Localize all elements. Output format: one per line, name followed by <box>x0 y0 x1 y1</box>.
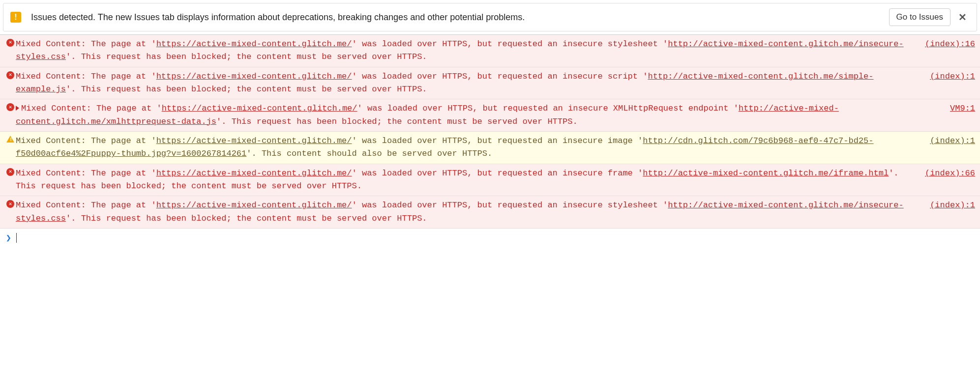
source-link[interactable]: (index):1 <box>930 70 975 83</box>
console-message: Mixed Content: The page at 'https://acti… <box>16 199 930 225</box>
console-row-error[interactable]: ✕Mixed Content: The page at 'https://act… <box>0 35 980 67</box>
source-link[interactable]: (index):66 <box>925 167 975 180</box>
msg-prefix: Mixed Content: The page at ' <box>16 39 156 49</box>
go-to-issues-button[interactable]: Go to Issues <box>889 8 950 26</box>
msg-suffix: '. This request has been blocked; the co… <box>216 117 578 126</box>
page-url-link[interactable]: https://active-mixed-content.glitch.me/ <box>156 200 352 210</box>
msg-mid: ' was loaded over HTTPS, but requested a… <box>352 200 668 210</box>
source-link[interactable]: (index):16 <box>925 38 975 51</box>
page-url-link[interactable]: https://active-mixed-content.glitch.me/ <box>156 169 352 178</box>
disclosure-triangle-icon[interactable] <box>16 106 19 111</box>
console-log-list: ✕Mixed Content: The page at 'https://act… <box>0 34 980 229</box>
source-link[interactable]: (index):1 <box>930 135 975 147</box>
msg-suffix: '. This request has been blocked; the co… <box>66 214 427 223</box>
msg-suffix: '. This request has been blocked; the co… <box>66 52 427 61</box>
console-row-warning[interactable]: Mixed Content: The page at 'https://acti… <box>0 132 980 164</box>
console-message: Mixed Content: The page at 'https://acti… <box>16 38 925 64</box>
prompt-caret-icon: ❯ <box>6 232 11 243</box>
resource-url-link[interactable]: http://active-mixed-content.glitch.me/if… <box>643 169 889 178</box>
console-message: Mixed Content: The page at 'https://acti… <box>16 70 930 96</box>
error-icon: ✕ <box>6 39 14 47</box>
warning-icon <box>6 136 14 143</box>
issues-alert-icon: ! <box>10 12 21 23</box>
console-row-error[interactable]: ✕Mixed Content: The page at 'https://act… <box>0 67 980 100</box>
msg-prefix: Mixed Content: The page at ' <box>16 200 156 210</box>
msg-suffix: '. This content should also be served ov… <box>246 149 492 158</box>
console-row-error[interactable]: ✕Mixed Content: The page at 'https://act… <box>0 99 980 132</box>
console-message: Mixed Content: The page at 'https://acti… <box>16 167 925 193</box>
msg-mid: ' was loaded over HTTPS, but requested a… <box>357 104 739 113</box>
console-row-error[interactable]: ✕Mixed Content: The page at 'https://act… <box>0 196 980 229</box>
error-icon: ✕ <box>6 71 14 79</box>
error-icon: ✕ <box>6 103 14 111</box>
page-url-link[interactable]: https://active-mixed-content.glitch.me/ <box>156 72 352 81</box>
msg-prefix: Mixed Content: The page at ' <box>16 169 156 178</box>
page-url-link[interactable]: https://active-mixed-content.glitch.me/ <box>156 39 352 49</box>
console-row-error[interactable]: ✕Mixed Content: The page at 'https://act… <box>0 164 980 197</box>
msg-suffix: '. This request has been blocked; the co… <box>66 85 427 94</box>
issues-bar: ! Issues detected. The new Issues tab di… <box>3 3 977 31</box>
issues-bar-text: Issues detected. The new Issues tab disp… <box>31 12 889 23</box>
prompt-cursor <box>16 233 17 243</box>
console-message: Mixed Content: The page at 'https://acti… <box>16 135 930 161</box>
msg-mid: ' was loaded over HTTPS, but requested a… <box>352 169 643 178</box>
console-message: Mixed Content: The page at 'https://acti… <box>16 102 950 128</box>
msg-mid: ' was loaded over HTTPS, but requested a… <box>352 39 668 49</box>
error-icon: ✕ <box>6 168 14 176</box>
msg-mid: ' was loaded over HTTPS, but requested a… <box>352 72 648 81</box>
source-link[interactable]: VM9:1 <box>950 102 975 115</box>
msg-prefix: Mixed Content: The page at ' <box>16 72 156 81</box>
msg-prefix: Mixed Content: The page at ' <box>21 104 162 113</box>
msg-prefix: Mixed Content: The page at ' <box>16 136 156 145</box>
page-url-link[interactable]: https://active-mixed-content.glitch.me/ <box>156 136 352 145</box>
page-url-link[interactable]: https://active-mixed-content.glitch.me/ <box>162 104 357 113</box>
error-icon: ✕ <box>6 200 14 208</box>
source-link[interactable]: (index):1 <box>930 199 975 212</box>
console-prompt-row[interactable]: ❯ <box>0 229 980 247</box>
close-icon[interactable]: ✕ <box>955 11 970 23</box>
msg-mid: ' was loaded over HTTPS, but requested a… <box>352 136 643 145</box>
